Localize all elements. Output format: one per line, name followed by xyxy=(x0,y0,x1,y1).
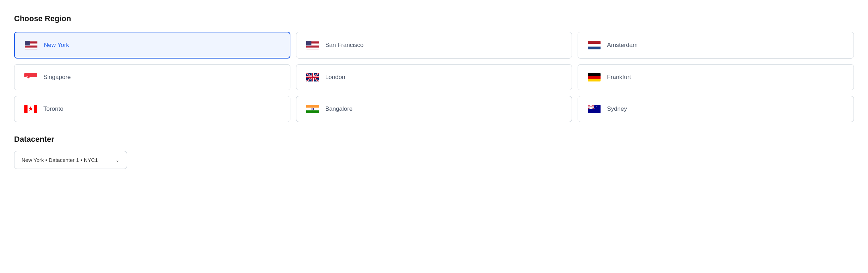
svg-rect-39 xyxy=(306,105,319,108)
choose-region-title: Choose Region xyxy=(14,14,854,23)
svg-rect-37 xyxy=(34,105,37,113)
svg-rect-19 xyxy=(24,73,37,77)
region-grid: New York San Francisco Amsterdam xyxy=(14,32,854,122)
datacenter-title: Datacenter xyxy=(14,135,854,144)
region-card-bangalore[interactable]: Bangalore xyxy=(296,96,572,122)
svg-rect-32 xyxy=(588,73,601,76)
svg-rect-18 xyxy=(588,47,601,49)
flag-de-icon xyxy=(588,73,601,81)
region-card-san-francisco[interactable]: San Francisco xyxy=(296,32,572,59)
svg-rect-36 xyxy=(24,105,28,113)
region-name-london: London xyxy=(325,74,345,81)
datacenter-dropdown[interactable]: New York • Datacenter 1 • NYC1 ⌄ xyxy=(14,151,127,169)
svg-rect-17 xyxy=(588,44,601,47)
svg-rect-13 xyxy=(306,47,319,48)
flag-in-icon xyxy=(306,105,319,113)
region-card-new-york[interactable]: New York xyxy=(14,32,290,59)
region-name-toronto: Toronto xyxy=(43,105,64,113)
svg-rect-4 xyxy=(25,46,37,46)
svg-rect-6 xyxy=(25,48,37,49)
flag-au-icon xyxy=(588,105,601,113)
region-card-london[interactable]: London xyxy=(296,64,572,90)
region-card-frankfurt[interactable]: Frankfurt xyxy=(578,64,854,90)
region-card-singapore[interactable]: Singapore xyxy=(14,64,290,90)
region-name-frankfurt: Frankfurt xyxy=(607,74,631,81)
flag-ca-icon xyxy=(24,105,37,113)
chevron-down-icon: ⌄ xyxy=(115,157,120,163)
region-name-amsterdam: Amsterdam xyxy=(607,42,638,49)
svg-rect-34 xyxy=(588,79,601,81)
region-name-san-francisco: San Francisco xyxy=(325,42,364,49)
flag-sg-icon xyxy=(24,73,37,81)
flag-us-sf-icon xyxy=(306,41,319,49)
svg-rect-15 xyxy=(306,41,311,46)
svg-rect-14 xyxy=(306,48,319,49)
region-name-sydney: Sydney xyxy=(607,105,627,113)
svg-rect-7 xyxy=(25,41,30,46)
region-name-new-york: New York xyxy=(44,42,69,49)
svg-rect-5 xyxy=(25,47,37,48)
region-card-sydney[interactable]: Sydney xyxy=(578,96,854,122)
svg-point-22 xyxy=(27,76,29,78)
svg-rect-33 xyxy=(588,76,601,79)
svg-rect-16 xyxy=(588,41,601,44)
svg-rect-41 xyxy=(306,110,319,113)
region-name-bangalore: Bangalore xyxy=(325,105,353,113)
datacenter-section: Datacenter New York • Datacenter 1 • NYC… xyxy=(14,135,854,169)
region-card-amsterdam[interactable]: Amsterdam xyxy=(578,32,854,59)
region-name-singapore: Singapore xyxy=(43,74,71,81)
region-card-toronto[interactable]: Toronto xyxy=(14,96,290,122)
datacenter-dropdown-value: New York • Datacenter 1 • NYC1 xyxy=(22,157,98,163)
flag-us-icon xyxy=(25,41,37,49)
flag-uk-icon xyxy=(306,73,319,81)
flag-nl-icon xyxy=(588,41,601,49)
svg-rect-20 xyxy=(24,77,37,81)
svg-rect-12 xyxy=(306,46,319,46)
